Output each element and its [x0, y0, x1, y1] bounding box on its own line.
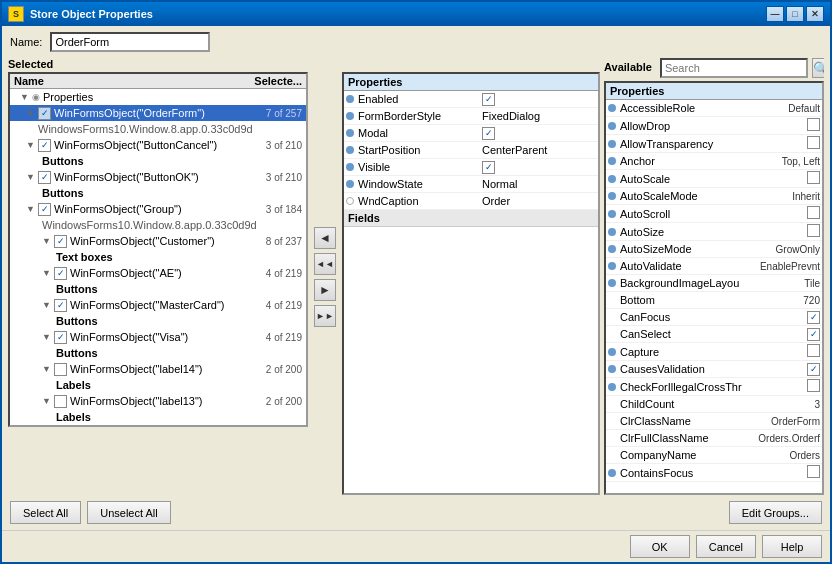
prop-checkbox[interactable]	[482, 161, 495, 174]
unselect-all-button[interactable]: Unselect All	[87, 501, 170, 524]
expand-icon[interactable]: ▼	[42, 332, 54, 342]
avail-checkbox[interactable]	[807, 118, 820, 131]
avail-checkbox[interactable]	[807, 379, 820, 392]
avail-row[interactable]: ContainsFocus	[606, 464, 822, 482]
expand-icon[interactable]: ▼	[42, 300, 54, 310]
avail-row[interactable]: ChildCount 3	[606, 396, 822, 413]
list-item[interactable]: ▼ WinFormsObject("label13") 2 of 200	[10, 393, 306, 409]
avail-checkbox[interactable]	[807, 311, 820, 324]
properties-scroll[interactable]: Enabled FormBorderStyle FixedDialog Moda…	[344, 91, 598, 493]
help-button[interactable]: Help	[762, 535, 822, 558]
avail-row[interactable]: BackgroundImageLayou Tile	[606, 275, 822, 292]
item-checkbox[interactable]	[54, 331, 67, 344]
list-item[interactable]: Labels	[10, 409, 306, 425]
expand-icon[interactable]: ▼	[26, 108, 38, 118]
name-input[interactable]	[50, 32, 210, 52]
expand-icon[interactable]: ▼	[42, 396, 54, 406]
expand-icon[interactable]: ▼	[26, 140, 38, 150]
item-checkbox[interactable]	[54, 267, 67, 280]
item-checkbox[interactable]	[54, 235, 67, 248]
move-right-button[interactable]: ►	[314, 279, 336, 301]
expand-icon[interactable]: ▼	[26, 204, 38, 214]
avail-checkbox[interactable]	[807, 465, 820, 478]
avail-row[interactable]: AutoSizeMode GrowOnly	[606, 241, 822, 258]
avail-row[interactable]: AutoSize	[606, 223, 822, 241]
item-checkbox[interactable]	[38, 171, 51, 184]
avail-row[interactable]: ClrFullClassName Orders.Orderf	[606, 430, 822, 447]
list-item[interactable]: Buttons	[10, 345, 306, 361]
prop-row[interactable]: StartPosition CenterParent	[344, 142, 598, 159]
item-checkbox[interactable]	[38, 107, 51, 120]
list-item[interactable]: Buttons	[10, 281, 306, 297]
item-checkbox[interactable]	[54, 363, 67, 376]
avail-row[interactable]: AutoScale	[606, 170, 822, 188]
list-item[interactable]: Buttons	[10, 153, 306, 169]
avail-checkbox[interactable]	[807, 136, 820, 149]
avail-row[interactable]: AutoValidate EnablePrevnt	[606, 258, 822, 275]
expand-icon[interactable]: ▼	[20, 92, 32, 102]
list-item[interactable]: Text boxes	[10, 249, 306, 265]
avail-row[interactable]: CheckForIllegalCrossThr	[606, 378, 822, 396]
expand-icon[interactable]: ▼	[42, 268, 54, 278]
prop-row[interactable]: FormBorderStyle FixedDialog	[344, 108, 598, 125]
list-item[interactable]: Buttons	[10, 313, 306, 329]
move-left-button[interactable]: ◄	[314, 227, 336, 249]
prop-checkbox[interactable]	[482, 93, 495, 106]
prop-row[interactable]: Enabled	[344, 91, 598, 108]
list-item[interactable]: ▼ WinFormsObject("label14") 2 of 200	[10, 361, 306, 377]
avail-row[interactable]: AutoScroll	[606, 205, 822, 223]
list-item[interactable]: ▼ WinFormsObject("MasterCard") 4 of 219	[10, 297, 306, 313]
item-checkbox[interactable]	[38, 203, 51, 216]
list-item[interactable]: Labels	[10, 377, 306, 393]
prop-row[interactable]: WindowState Normal	[344, 176, 598, 193]
list-item[interactable]: WindowsForms10.Window.8.app.0.33c0d9d	[10, 121, 306, 137]
item-checkbox[interactable]	[38, 139, 51, 152]
close-button[interactable]: ✕	[806, 6, 824, 22]
avail-row[interactable]: AutoScaleMode Inherit	[606, 188, 822, 205]
avail-checkbox[interactable]	[807, 363, 820, 376]
prop-row[interactable]: WndCaption Order	[344, 193, 598, 210]
avail-checkbox[interactable]	[807, 344, 820, 357]
list-item[interactable]: ▼ ◉ Properties	[10, 89, 306, 105]
list-item[interactable]: WindowsForms10.Window.8.app.0.33c0d9d	[10, 217, 306, 233]
list-item[interactable]: Buttons	[10, 185, 306, 201]
list-item[interactable]: ▼ WinFormsObject("ButtonCancel") 3 of 21…	[10, 137, 306, 153]
edit-groups-button[interactable]: Edit Groups...	[729, 501, 822, 524]
select-all-button[interactable]: Select All	[10, 501, 81, 524]
avail-checkbox[interactable]	[807, 224, 820, 237]
avail-row[interactable]: CanSelect	[606, 326, 822, 343]
list-item[interactable]: ▼ WinFormsObject("Customer") 8 of 237	[10, 233, 306, 249]
search-button[interactable]: 🔍	[812, 58, 824, 78]
avail-row[interactable]: AllowDrop	[606, 117, 822, 135]
expand-icon[interactable]: ▼	[42, 364, 54, 374]
avail-row[interactable]: Anchor Top, Left	[606, 153, 822, 170]
avail-row[interactable]: CausesValidation	[606, 361, 822, 378]
avail-row[interactable]: AllowTransparency	[606, 135, 822, 153]
list-item[interactable]: ▼ WinFormsObject("AE") 4 of 219	[10, 265, 306, 281]
prop-row[interactable]: Visible	[344, 159, 598, 176]
expand-icon[interactable]: ▼	[26, 172, 38, 182]
list-item[interactable]: ▼ WinFormsObject("ButtonOK") 3 of 210	[10, 169, 306, 185]
move-all-left-button[interactable]: ◄◄	[314, 253, 336, 275]
list-item[interactable]: ▼ WinFormsObject("Visa") 4 of 219	[10, 329, 306, 345]
avail-row[interactable]: AccessibleRole Default	[606, 100, 822, 117]
ok-button[interactable]: OK	[630, 535, 690, 558]
search-input[interactable]	[660, 58, 808, 78]
avail-checkbox[interactable]	[807, 206, 820, 219]
avail-row[interactable]: CanFocus	[606, 309, 822, 326]
available-scroll[interactable]: AccessibleRole Default AllowDrop AllowTr…	[606, 100, 822, 482]
move-all-right-button[interactable]: ►►	[314, 305, 336, 327]
avail-checkbox[interactable]	[807, 171, 820, 184]
prop-checkbox[interactable]	[482, 127, 495, 140]
list-item[interactable]: ▼ WinFormsObject("OrderForm") 7 of 257	[10, 105, 306, 121]
avail-row[interactable]: ClrClassName OrderForm	[606, 413, 822, 430]
avail-row[interactable]: CompanyName Orders	[606, 447, 822, 464]
item-checkbox[interactable]	[54, 395, 67, 408]
avail-row[interactable]: Bottom 720	[606, 292, 822, 309]
expand-icon[interactable]: ▼	[42, 236, 54, 246]
list-item[interactable]: ▼ WinFormsObject("Group") 3 of 184	[10, 201, 306, 217]
maximize-button[interactable]: □	[786, 6, 804, 22]
avail-checkbox[interactable]	[807, 328, 820, 341]
prop-row[interactable]: Modal	[344, 125, 598, 142]
cancel-button[interactable]: Cancel	[696, 535, 756, 558]
